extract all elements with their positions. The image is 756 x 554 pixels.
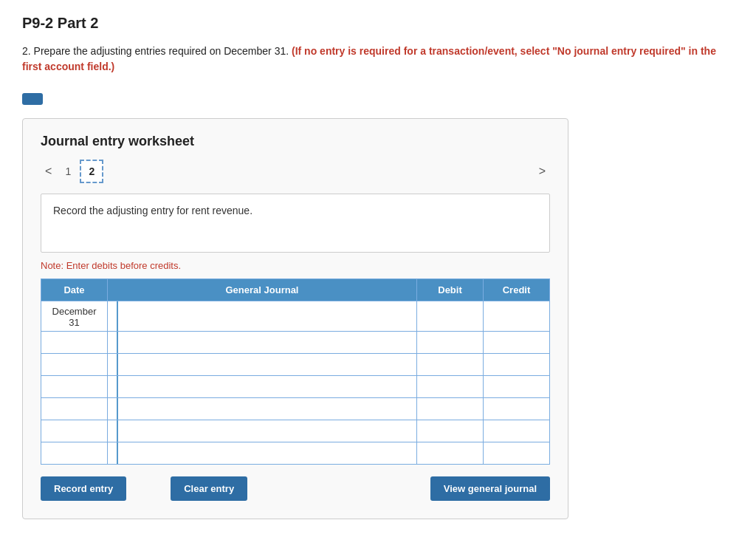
tab-2[interactable]: 2 [80, 160, 103, 183]
debit-input-1[interactable] [417, 332, 483, 353]
debit-input-6[interactable] [417, 442, 483, 464]
tab-row: < 1 2 > [41, 160, 550, 183]
debit-input-5[interactable] [417, 420, 483, 442]
view-transaction-button[interactable] [22, 93, 43, 105]
gj-input-6[interactable] [118, 442, 416, 464]
gj-cell-2[interactable] [108, 354, 417, 376]
credit-input-4[interactable] [484, 398, 549, 420]
table-row [41, 332, 550, 354]
table-row: December 31 [41, 301, 550, 332]
note-text: Note: Enter debits before credits. [41, 260, 550, 271]
date-cell-3 [41, 376, 108, 398]
entry-description: Record the adjusting entry for rent reve… [41, 194, 550, 253]
debit-cell-2[interactable] [417, 354, 484, 376]
debit-cell-1[interactable] [417, 332, 484, 354]
debit-input-0[interactable] [417, 301, 483, 331]
debit-input-4[interactable] [417, 398, 483, 420]
header-debit: Debit [417, 279, 484, 301]
debit-cell-5[interactable] [417, 420, 484, 442]
debit-cell-3[interactable] [417, 376, 484, 398]
credit-cell-2[interactable] [484, 354, 550, 376]
gj-cell-1[interactable] [108, 332, 417, 354]
credit-input-6[interactable] [484, 442, 549, 464]
debit-input-3[interactable] [417, 376, 483, 397]
button-row: Record entry Clear entry View general jo… [41, 476, 550, 501]
table-row [41, 420, 550, 442]
credit-cell-5[interactable] [484, 420, 550, 442]
gj-cell-5[interactable] [108, 420, 417, 442]
journal-table: Date General Journal Debit Credit Decemb… [41, 278, 550, 465]
debit-cell-6[interactable] [417, 442, 484, 465]
date-cell-0: December 31 [41, 301, 108, 332]
instructions: 2. Prepare the adjusting entries require… [22, 44, 731, 75]
page-title: P9-2 Part 2 [22, 15, 734, 32]
date-cell-4 [41, 398, 108, 420]
header-date: Date [41, 279, 108, 301]
credit-cell-6[interactable] [484, 442, 550, 465]
instructions-prefix: 2. Prepare the adjusting entries require… [22, 45, 289, 57]
date-cell-1 [41, 332, 108, 354]
tab-chevron-left[interactable]: < [41, 163, 56, 179]
table-header-row: Date General Journal Debit Credit [41, 279, 550, 301]
table-row [41, 398, 550, 420]
date-cell-6 [41, 442, 108, 465]
gj-cell-3[interactable] [108, 376, 417, 398]
tab-chevron-right[interactable]: > [535, 163, 550, 179]
debit-cell-0[interactable] [417, 301, 484, 332]
credit-cell-3[interactable] [484, 376, 550, 398]
gj-input-0[interactable] [118, 301, 416, 331]
credit-cell-4[interactable] [484, 398, 550, 420]
table-row [41, 354, 550, 376]
gj-input-5[interactable] [118, 420, 416, 442]
date-cell-5 [41, 420, 108, 442]
view-general-journal-button[interactable]: View general journal [430, 476, 550, 501]
gj-cell-6[interactable] [108, 442, 417, 465]
gj-cell-4[interactable] [108, 398, 417, 420]
header-general-journal: General Journal [108, 279, 417, 301]
tab-1[interactable]: 1 [56, 160, 80, 183]
gj-input-3[interactable] [118, 376, 416, 397]
worksheet-container: Journal entry worksheet < 1 2 > Record t… [22, 118, 568, 519]
credit-cell-1[interactable] [484, 332, 550, 354]
worksheet-title: Journal entry worksheet [41, 134, 550, 149]
credit-input-3[interactable] [484, 376, 549, 397]
gj-cell-0[interactable] [108, 301, 417, 332]
gj-input-1[interactable] [118, 332, 416, 353]
credit-input-2[interactable] [484, 354, 549, 375]
credit-input-0[interactable] [484, 301, 549, 331]
debit-cell-4[interactable] [417, 398, 484, 420]
gj-input-2[interactable] [118, 354, 416, 375]
table-row [41, 442, 550, 465]
debit-input-2[interactable] [417, 354, 483, 375]
credit-input-1[interactable] [484, 332, 549, 353]
credit-cell-0[interactable] [484, 301, 550, 332]
header-credit: Credit [484, 279, 550, 301]
table-row [41, 376, 550, 398]
record-entry-button[interactable]: Record entry [41, 476, 126, 501]
credit-input-5[interactable] [484, 420, 549, 442]
gj-input-4[interactable] [118, 398, 416, 420]
clear-entry-button[interactable]: Clear entry [171, 476, 247, 501]
date-cell-2 [41, 354, 108, 376]
